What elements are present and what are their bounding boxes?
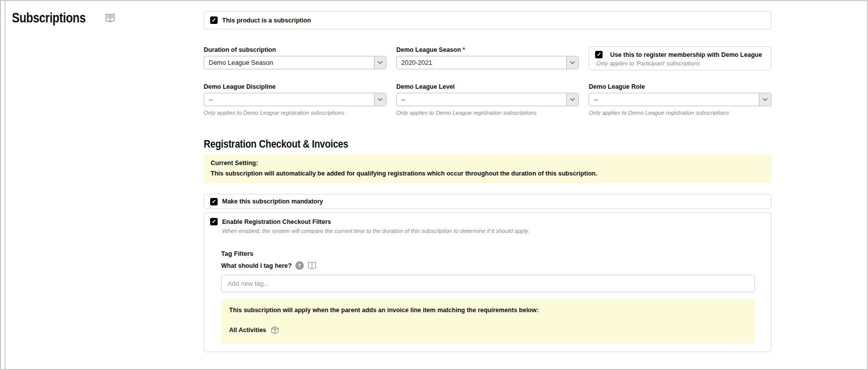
role-label: Demo League Role: [589, 83, 771, 90]
checkmark-icon: ✓: [212, 17, 216, 23]
required-asterisk: *: [463, 46, 465, 53]
checkmark-icon: ✓: [597, 51, 601, 58]
role-field: Demo League Role -- Only applies to Demo…: [589, 83, 771, 116]
chevron-down-icon: [566, 56, 578, 69]
apply-notice: This subscription will apply when the pa…: [221, 299, 755, 344]
season-label-text: Demo League Season: [396, 46, 461, 53]
membership-field: ✓ Use this to register membership with D…: [589, 46, 771, 70]
current-setting-notice: Current Setting: This subscription will …: [204, 155, 771, 183]
question-icon[interactable]: ?: [295, 261, 304, 270]
membership-row: ✓ Use this to register membership with D…: [595, 51, 765, 58]
role-select[interactable]: --: [589, 93, 771, 106]
page-title-text: Subscriptions: [12, 10, 86, 26]
mandatory-row: ✓ Make this subscription mandatory: [210, 198, 323, 205]
season-select-value: 2020-2021: [397, 56, 567, 69]
product-subscription-row: ✓ This product is a subscription: [210, 16, 311, 24]
product-subscription-box: ✓ This product is a subscription: [204, 11, 771, 29]
filters-checkbox[interactable]: ✓: [210, 218, 218, 225]
form-row-1: Duration of subscription Demo League Sea…: [204, 46, 771, 70]
role-note: Only applies to Demo League registration…: [589, 110, 771, 116]
role-select-value: --: [589, 93, 759, 106]
season-label: Demo League Season *: [396, 46, 579, 53]
membership-label: Use this to register membership with Dem…: [607, 51, 765, 58]
discipline-select-value: --: [204, 93, 374, 106]
season-select[interactable]: 2020-2021: [396, 56, 579, 69]
mandatory-box: ✓ Make this subscription mandatory: [204, 194, 771, 209]
apply-note-text: This subscription will apply when the pa…: [229, 307, 747, 314]
product-subscription-label: This product is a subscription: [222, 17, 311, 24]
all-activities-label: All Activities: [229, 327, 266, 334]
discipline-select[interactable]: --: [204, 93, 386, 106]
checkmark-icon: ✓: [212, 218, 216, 225]
membership-box: ✓ Use this to register membership with D…: [589, 46, 771, 70]
chevron-down-icon: [566, 93, 578, 106]
help-book-icon[interactable]: [105, 12, 116, 23]
page-title: Subscriptions: [12, 10, 116, 26]
form-row-2: Demo League Discipline -- Only applies t…: [204, 83, 771, 116]
left-panel-divider: [4, 1, 5, 369]
chevron-down-icon: [759, 93, 771, 106]
add-tag-input[interactable]: [221, 275, 755, 292]
all-activities-row: All Activities: [229, 326, 747, 335]
checkout-section-heading: Registration Checkout & Invoices: [204, 138, 686, 151]
filters-box: ✓ Enable Registration Checkout Filters W…: [204, 212, 771, 352]
chevron-down-icon: [374, 93, 386, 106]
duration-select[interactable]: Demo League Season: [204, 56, 386, 69]
checkmark-icon: ✓: [212, 198, 216, 205]
filters-row: ✓ Enable Registration Checkout Filters: [210, 218, 765, 225]
level-note: Only applies to Demo League registration…: [396, 110, 579, 116]
tag-filters-heading: Tag Filters: [221, 250, 755, 257]
filters-note: When enabled, the system will compare th…: [222, 228, 765, 234]
tag-filters-section: Tag Filters What should I tag here? ? Th…: [221, 250, 755, 344]
filters-label: Enable Registration Checkout Filters: [222, 218, 331, 225]
current-setting-title: Current Setting:: [211, 160, 764, 167]
membership-note: Only applies to 'Participant' subscripti…: [596, 60, 765, 66]
help-book-icon[interactable]: [307, 261, 317, 270]
discipline-field: Demo League Discipline -- Only applies t…: [204, 83, 386, 116]
level-field: Demo League Level -- Only applies to Dem…: [396, 83, 579, 116]
season-field: Demo League Season * 2020-2021: [396, 46, 579, 70]
subscription-form: ✓ This product is a subscription Duratio…: [204, 11, 771, 352]
tag-filters-help-text: What should I tag here?: [221, 262, 292, 269]
level-select[interactable]: --: [396, 93, 579, 106]
mandatory-label: Make this subscription mandatory: [222, 198, 323, 205]
tag-filters-help: What should I tag here? ?: [221, 261, 755, 270]
discipline-label: Demo League Discipline: [204, 83, 386, 90]
level-label: Demo League Level: [396, 83, 579, 90]
discipline-note: Only applies to Demo League registration…: [204, 110, 386, 116]
product-subscription-checkbox[interactable]: ✓: [210, 16, 218, 24]
duration-label: Duration of subscription: [204, 46, 386, 53]
duration-field: Duration of subscription Demo League Sea…: [204, 46, 386, 70]
package-cube-icon[interactable]: [270, 326, 279, 335]
chevron-down-icon: [374, 56, 386, 69]
membership-checkbox[interactable]: ✓: [595, 51, 603, 58]
subscriptions-page: Subscriptions ✓ This product is a subscr…: [0, 0, 868, 370]
duration-select-value: Demo League Season: [204, 56, 374, 69]
current-setting-body: This subscription will automatically be …: [211, 170, 764, 177]
level-select-value: --: [397, 93, 567, 106]
mandatory-checkbox[interactable]: ✓: [210, 198, 218, 205]
